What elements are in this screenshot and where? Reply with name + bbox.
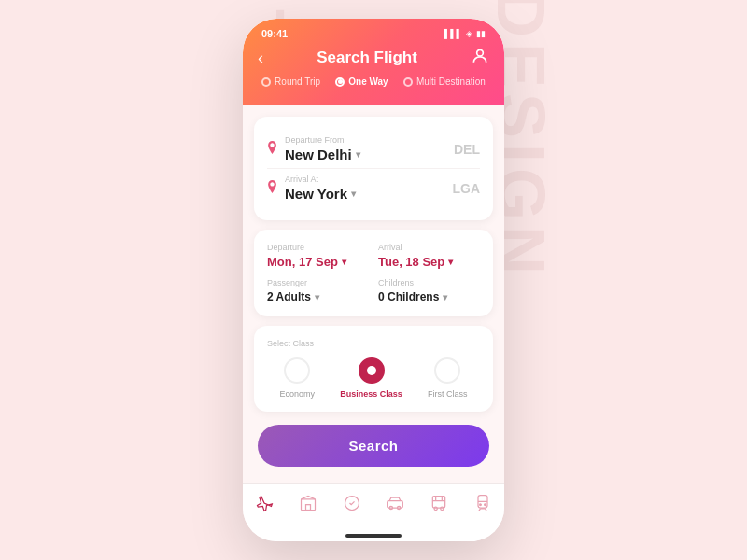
nav-explore[interactable] [343,494,361,517]
radio-multi [403,77,413,87]
dates-passengers-card: Departure Mon, 17 Sep ▾ Arrival Tue, 18 … [254,230,493,316]
location-card: Departure From New Delhi ▾ DEL Arrival A… [254,117,493,220]
departure-chevron-icon: ▾ [356,149,360,160]
trip-type-bar: Round Trip One Way Multi Destination [243,77,504,91]
wifi-icon: ◈ [466,29,472,38]
phone-header: 09:41 ▌▌▌ ◈ ▮▮ ‹ Search Flight Round Tri… [243,19,504,105]
svg-point-8 [434,507,437,510]
departure-date-chevron-icon: ▾ [342,257,346,267]
arrival-pin-icon [267,180,277,196]
passenger-block[interactable]: Passenger 2 Adults ▾ [267,278,369,303]
departure-value: New Delhi ▾ [285,147,454,162]
arrival-code: LGA [452,181,480,196]
business-radio [359,357,385,384]
svg-rect-2 [305,505,310,511]
passenger-label: Passenger [267,278,369,287]
departure-date: Mon, 17 Sep [267,255,338,269]
arrival-date-chevron-icon: ▾ [448,257,453,267]
user-icon[interactable] [471,47,489,69]
car-icon [386,494,404,517]
trip-multi[interactable]: Multi Destination [403,77,486,87]
departure-code: DEL [454,142,480,157]
arrival-row[interactable]: Arrival At New York ▾ LGA [267,168,480,207]
arrival-info: Arrival At New York ▾ [285,175,452,202]
nav-car[interactable] [386,494,404,517]
svg-point-11 [479,504,481,506]
departure-pin-icon [267,141,277,157]
departure-date-value: Mon, 17 Sep ▾ [267,255,369,269]
departure-date-block[interactable]: Departure Mon, 17 Sep ▾ [267,243,369,269]
departure-row[interactable]: Departure From New Delhi ▾ DEL [267,130,480,168]
search-button-container: Search [254,421,493,474]
children-count: 0 Childrens [378,290,439,303]
svg-point-12 [484,504,486,506]
phone-body: Departure From New Delhi ▾ DEL Arrival A… [243,105,504,483]
radio-dot [338,79,343,84]
departure-date-label: Departure [267,243,369,252]
arrival-chevron-icon: ▾ [351,189,356,199]
passenger-value: 2 Adults ▾ [267,290,369,303]
one-way-label: One Way [348,77,388,87]
back-button[interactable]: ‹ [258,49,263,68]
departure-city: New Delhi [285,147,352,162]
class-card: Select Class Economy Business Class Firs… [254,326,493,412]
first-class-option[interactable]: First Class [428,357,468,399]
nav-bar: ‹ Search Flight [243,43,504,77]
status-icons: ▌▌▌ ◈ ▮▮ [444,29,486,38]
signal-icon: ▌▌▌ [444,29,462,38]
arrival-label: Arrival At [285,175,452,184]
battery-icon: ▮▮ [476,29,486,38]
svg-point-9 [441,507,444,510]
passengers-row: Passenger 2 Adults ▾ Childrens 0 Childre… [267,278,480,303]
page-title: Search Flight [317,49,417,67]
arrival-date-block[interactable]: Arrival Tue, 18 Sep ▾ [378,243,480,269]
status-time: 09:41 [261,28,288,39]
children-chevron-icon: ▾ [443,292,447,302]
first-class-radio [434,357,460,384]
phone-frame: 09:41 ▌▌▌ ◈ ▮▮ ‹ Search Flight Round Tri… [243,19,504,541]
bottom-nav [243,483,504,530]
passenger-count: 2 Adults [267,290,311,303]
status-bar: 09:41 ▌▌▌ ◈ ▮▮ [243,19,504,43]
train-icon [473,494,492,517]
business-option[interactable]: Business Class [340,357,402,399]
search-button[interactable]: Search [258,425,489,467]
radio-round-trip [261,77,271,87]
class-section-label: Select Class [267,339,480,348]
trip-one-way[interactable]: One Way [335,77,388,87]
economy-option[interactable]: Economy [280,357,316,399]
multi-label: Multi Destination [416,77,486,87]
arrival-value: New York ▾ [285,186,452,202]
economy-label: Economy [280,389,316,399]
home-indicator [243,530,504,541]
first-class-label: First Class [428,389,468,399]
radio-one-way [335,77,345,87]
arrival-city: New York [285,186,347,202]
svg-rect-7 [432,497,444,509]
flights-icon [255,494,274,517]
children-block[interactable]: Childrens 0 Childrens ▾ [378,278,480,303]
trip-round-trip[interactable]: Round Trip [261,77,320,87]
departure-label: Departure From [285,135,454,145]
nav-hotel[interactable] [299,494,317,517]
explore-icon [343,494,361,517]
dates-row: Departure Mon, 17 Sep ▾ Arrival Tue, 18 … [267,243,480,269]
business-label: Business Class [340,389,402,399]
bus-icon [430,494,448,517]
children-value: 0 Childrens ▾ [378,290,480,303]
svg-point-0 [477,49,484,56]
economy-radio [284,357,310,384]
children-label: Childrens [378,278,480,287]
departure-info: Departure From New Delhi ▾ [285,135,454,162]
nav-flights[interactable] [255,494,274,517]
arrival-date: Tue, 18 Sep [378,255,444,269]
arrival-date-value: Tue, 18 Sep ▾ [378,255,480,269]
home-bar [345,534,402,538]
nav-train[interactable] [473,494,492,517]
hotel-icon [299,494,317,517]
class-options: Economy Business Class First Class [267,357,480,399]
round-trip-label: Round Trip [275,77,320,87]
passenger-chevron-icon: ▾ [315,292,319,302]
nav-bus[interactable] [430,494,448,517]
arrival-date-label: Arrival [378,243,480,252]
